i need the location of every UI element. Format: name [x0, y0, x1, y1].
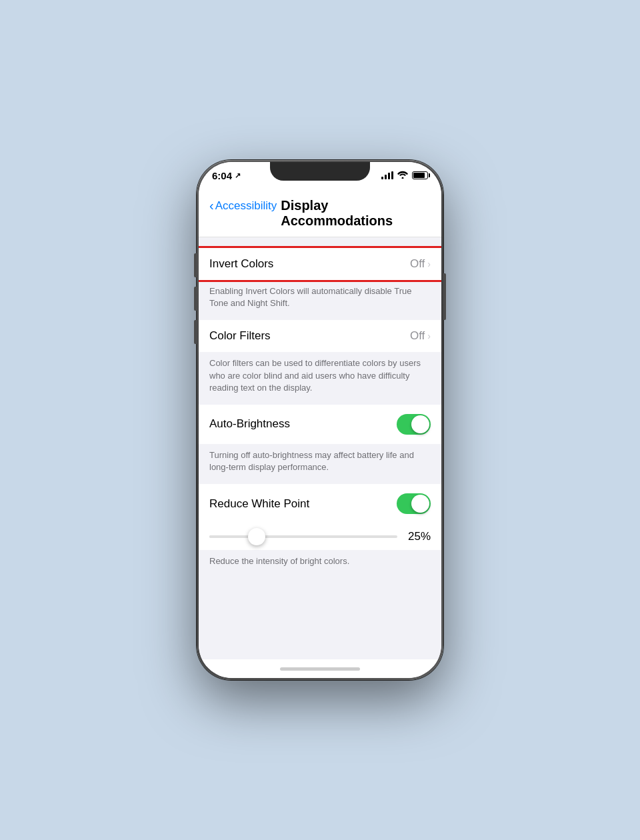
reduce-white-point-footer: Reduce the intensity of bright colors. — [199, 550, 441, 567]
nav-header: ‹ Accessibility Display Accommodations — [199, 191, 441, 237]
screen-content: 6:04 ↗ — [199, 162, 441, 678]
section-gap-1 — [199, 237, 441, 248]
phone-screen: 6:04 ↗ — [199, 162, 441, 678]
white-point-slider-value: 25% — [405, 530, 431, 543]
invert-colors-value: Off › — [410, 257, 431, 271]
status-bar-area: 6:04 ↗ — [199, 162, 441, 191]
wifi-icon — [397, 170, 408, 181]
reduce-white-point-toggle[interactable] — [397, 493, 431, 514]
invert-colors-chevron-icon: › — [427, 259, 431, 269]
home-bar — [280, 667, 360, 671]
color-filters-row[interactable]: Color Filters Off › — [199, 320, 441, 352]
color-filters-chevron-icon: › — [427, 331, 431, 341]
auto-brightness-row: Auto-Brightness — [199, 405, 441, 444]
back-label: Accessibility — [215, 199, 277, 213]
time-display: 6:04 — [212, 170, 232, 181]
signal-icon — [381, 171, 393, 179]
section-gap-2 — [199, 309, 441, 320]
section-gap-3 — [199, 394, 441, 405]
battery-icon — [412, 171, 428, 179]
invert-colors-footer: Enabling Invert Colors will automaticall… — [199, 280, 441, 309]
auto-brightness-toggle[interactable] — [397, 414, 431, 435]
auto-brightness-footer: Turning off auto-brightness may affect b… — [199, 444, 441, 473]
back-button[interactable]: ‹ Accessibility — [209, 199, 277, 213]
settings-content: Invert Colors Off › Enabling Invert Colo… — [199, 237, 441, 659]
color-filters-value: Off › — [410, 329, 431, 343]
invert-colors-label: Invert Colors — [209, 257, 273, 271]
page-title: Display Accommodations — [281, 198, 431, 229]
invert-colors-status: Off — [410, 257, 425, 271]
reduce-white-point-label: Reduce White Point — [209, 497, 309, 511]
location-icon: ↗ — [235, 171, 241, 180]
white-point-slider-thumb[interactable] — [248, 528, 265, 545]
back-chevron-icon: ‹ — [209, 199, 214, 212]
invert-colors-row[interactable]: Invert Colors Off › — [199, 248, 441, 280]
white-point-slider-track — [209, 535, 397, 538]
toggle-knob — [411, 415, 429, 433]
reduce-white-point-toggle-knob — [411, 495, 429, 513]
color-filters-label: Color Filters — [209, 329, 271, 343]
color-filters-status: Off — [410, 329, 425, 343]
phone-frame: 6:04 ↗ — [197, 160, 443, 680]
color-filters-footer: Color filters can be used to differentia… — [199, 352, 441, 394]
status-right-icons — [381, 170, 428, 181]
white-point-slider-row: 25% — [199, 523, 441, 550]
status-time: 6:04 ↗ — [212, 170, 241, 181]
auto-brightness-label: Auto-Brightness — [209, 417, 290, 431]
bottom-spacer — [199, 568, 441, 660]
reduce-white-point-row: Reduce White Point — [199, 484, 441, 523]
notch — [270, 162, 370, 181]
home-indicator — [199, 659, 441, 678]
section-gap-4 — [199, 473, 441, 484]
